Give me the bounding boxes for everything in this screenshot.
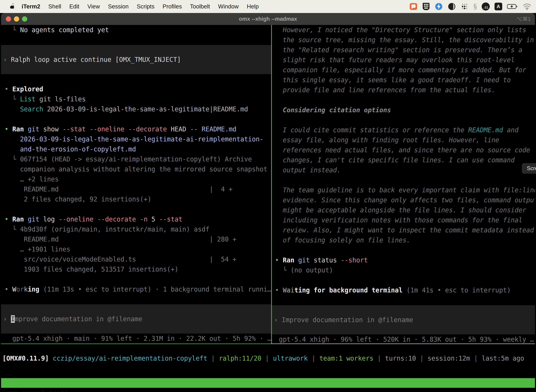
blank-line: [275, 295, 535, 305]
terminal-line: └ List git ls-files: [5, 94, 271, 104]
session-stats-left: gpt-5.4 xhigh · main · 91% left · 2.31M …: [5, 334, 271, 344]
terminal-line: references need actual files, and since …: [275, 145, 535, 155]
timer-badge-icon[interactable]: ..61: [482, 2, 490, 10]
menu-item-scripts[interactable]: Scripts: [133, 3, 158, 10]
terminal-line: provide file and line references from th…: [275, 85, 535, 95]
menu-item-help[interactable]: Help: [243, 3, 263, 10]
terminal-line: including verification notes with those …: [275, 215, 535, 225]
terminal-line: and-the-erosion-of-copyleft.md: [5, 144, 271, 154]
menu-item-toolbelt[interactable]: Toolbelt: [186, 3, 214, 10]
menu-item-view[interactable]: View: [83, 3, 104, 10]
terminal-line: review. Also, I might want to inspect th…: [275, 225, 535, 235]
blank-line: [5, 204, 271, 214]
terminal-line: changes, I can't cite specific file line…: [275, 155, 535, 165]
window-title: omx --xhigh --madmax: [1, 13, 535, 25]
dots-grid-icon[interactable]: [460, 2, 469, 11]
menu-status-icons: § ..61 A: [409, 2, 536, 11]
tmux-session-label: [omx-cczip0:bash*: [2, 388, 68, 392]
terminal-line: of focusing solely on file lines.: [275, 235, 535, 245]
blank-line: [275, 175, 535, 185]
menu-item-iterm2[interactable]: iTerm2: [18, 3, 44, 10]
terminal-line: 1903 files changed, 513517 insertions(+): [5, 264, 271, 274]
prompt-input-left[interactable]: › Improve documentation in @filename: [1, 304, 271, 334]
terminal-line: The team guideline is to back every impo…: [275, 185, 535, 195]
menu-item-profiles[interactable]: Profiles: [158, 3, 186, 10]
terminal-line: README.md | 4 +: [5, 184, 271, 194]
terminal-line: essay file, along with finding root file…: [275, 135, 535, 145]
terminal-content: └ No agents completed yet› Ralph loop ac…: [1, 25, 535, 392]
terminal-line: output instead.: [275, 165, 535, 175]
input-source-icon[interactable]: A: [494, 3, 502, 10]
terminal-line: the "Related research writing" section i…: [275, 45, 535, 55]
prompt-input-right[interactable]: › Improve documentation in @filename: [272, 305, 535, 334]
thinking-heading: Considering citation options: [275, 105, 535, 115]
blank-line: [275, 115, 535, 125]
terminal-line: └ (no output): [275, 265, 535, 275]
zap-icon[interactable]: [435, 2, 443, 11]
omx-status-line: [OMX#0.11.9] cczip/essay/ai-reimplementa…: [2, 353, 524, 363]
blank-line: [5, 74, 271, 84]
blank-line: [275, 95, 535, 105]
terminal-line: … +2 lines: [5, 174, 271, 184]
battery-icon[interactable]: [507, 2, 518, 11]
keystroke-visualizer-icon[interactable]: [422, 2, 430, 11]
terminal-line: However, I noticed the "Directory Struct…: [275, 25, 535, 35]
window-shortcut-badge: ⌥⌘1: [517, 13, 531, 25]
menu-item-window[interactable]: Window: [214, 3, 243, 10]
pie-chart-icon[interactable]: [448, 2, 456, 11]
menu-items: iTerm2ShellEditViewSessionScriptsProfile…: [18, 3, 263, 10]
menu-item-shell[interactable]: Shell: [44, 3, 65, 10]
working-status-line: • Working (11m 13s • esc to interrupt) ·…: [5, 284, 271, 294]
squiggle-icon[interactable]: §: [474, 2, 477, 10]
terminal-line: might be acceptable alongside the file l…: [275, 205, 535, 215]
screen-tooltip: Scre: [522, 163, 536, 173]
apple-menu-icon[interactable]: [10, 3, 15, 10]
blank-line: [275, 275, 535, 285]
agents-status-line: └ No agents completed yet: [5, 25, 271, 35]
terminal-line: companion analysis without altering the …: [5, 164, 271, 174]
blank-line: [5, 114, 271, 124]
pane-border-inactive: [272, 344, 535, 344]
menu-item-session[interactable]: Session: [104, 3, 133, 10]
ralph-status-box[interactable]: › Ralph loop active continue [OMX_TMUX_I…: [1, 45, 271, 74]
screen-record-indicator-icon[interactable]: [409, 2, 418, 11]
blank-line: [5, 35, 271, 45]
terminal-line: src/voice/voiceModeEnabled.ts | 54 +: [5, 254, 271, 264]
tmux-status-bar: [omx-cczip0:bash* "MacBook-Pro-44.local"…: [1, 378, 535, 388]
wifi-icon[interactable]: [523, 2, 531, 11]
tmux-pane-left[interactable]: └ No agents completed yet› Ralph loop ac…: [1, 25, 271, 344]
terminal-line: slight risk that future readers may over…: [275, 55, 535, 65]
terminal-line: └ 4b9d30f (origin/main, instructkr/main,…: [5, 224, 271, 234]
terminal-line: companion file, especially if more comme…: [275, 65, 535, 75]
blank-line: [5, 274, 271, 284]
terminal-line: README.md | 280 +: [5, 234, 271, 244]
terminal-line: • Ran git status --short: [275, 255, 535, 265]
terminal-line: … +1901 lines: [5, 244, 271, 254]
terminal-line: • Ran git show --stat --oneline --decora…: [5, 124, 271, 134]
terminal-line: I could cite commit statistics or refere…: [275, 125, 535, 135]
window-titlebar[interactable]: omx --xhigh --madmax ⌥⌘1: [1, 13, 535, 25]
blank-line: [5, 294, 271, 304]
terminal-line: 2026-03-09-is-legal-the-same-as-legitima…: [5, 134, 271, 144]
terminal-line: 2 files changed, 92 insertions(+): [5, 194, 271, 204]
tmux-pane-right[interactable]: However, I noticed the "Directory Struct…: [272, 25, 535, 344]
menu-bar: iTerm2ShellEditViewSessionScriptsProfile…: [0, 0, 536, 13]
pane-border-active: [1, 344, 272, 344]
iterm-window: omx --xhigh --madmax ⌥⌘1 └ No agents com…: [1, 13, 535, 392]
terminal-line: └ 067f154 (HEAD -> essay/ai-reimplementa…: [5, 154, 271, 164]
menu-item-edit[interactable]: Edit: [65, 3, 83, 10]
session-stats-right: gpt-5.4 xhigh · 96% left · 520K in · 5.8…: [275, 334, 535, 344]
terminal-line: this single essay, it seems like a good …: [275, 75, 535, 85]
terminal-line: Search 2026-03-09-is-legal-the-same-as-l…: [5, 104, 271, 114]
terminal-line: • Explored: [5, 84, 271, 94]
screen: { "menu_bar": { "items": [ {"label": "iT…: [0, 0, 536, 392]
blank-line: [275, 245, 535, 255]
terminal-line: evidence. Since this change only affects…: [275, 195, 535, 205]
waiting-status-line: • Waiting for background terminal (1m 41…: [275, 285, 535, 295]
terminal-line: the source tree, missing the essay. Stil…: [275, 35, 535, 45]
terminal-line: • Ran git log --oneline --decorate -n 5 …: [5, 214, 271, 224]
